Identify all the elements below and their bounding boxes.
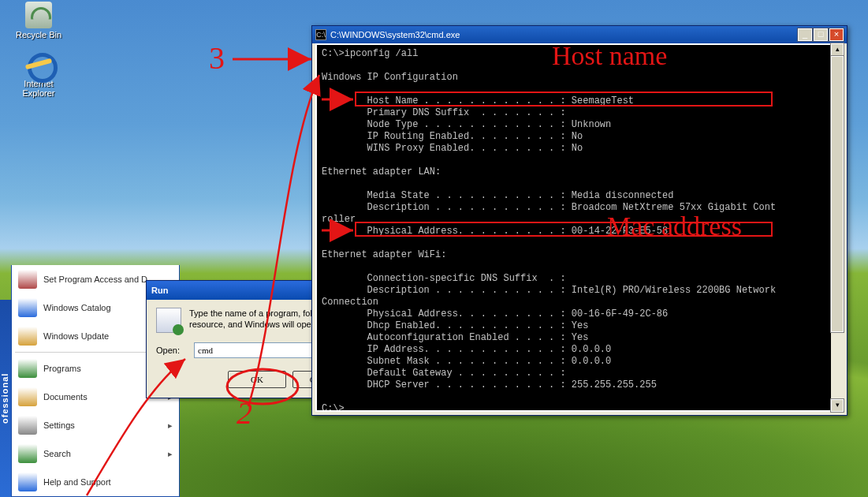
menu-item-label: Set Program Access and D bbox=[43, 275, 147, 284]
scroll-down-button[interactable]: ▾ bbox=[831, 399, 844, 412]
scrollbar[interactable]: ▴ ▾ bbox=[831, 43, 844, 412]
run-icon bbox=[156, 308, 181, 333]
menu-item-label: Documents bbox=[43, 392, 88, 402]
scroll-thumb[interactable] bbox=[831, 56, 844, 332]
scroll-track[interactable] bbox=[831, 56, 844, 399]
cmd-icon: C:\ bbox=[315, 29, 326, 40]
start-menu-item[interactable]: Settings▸ bbox=[12, 411, 179, 439]
cmd-title: C:\WINDOWS\system32\cmd.exe bbox=[330, 30, 460, 39]
ok-button[interactable]: OK bbox=[228, 371, 286, 388]
menu-item-icon bbox=[18, 327, 37, 346]
internet-explorer-icon bbox=[25, 50, 52, 77]
menu-item-icon bbox=[18, 444, 37, 463]
annotation-step-2: 2 bbox=[237, 394, 252, 432]
recycle-bin-icon bbox=[25, 2, 52, 28]
windows-edition-strip: ofessional bbox=[0, 300, 11, 497]
start-menu-item[interactable]: Search▸ bbox=[12, 439, 179, 468]
submenu-arrow-icon: ▸ bbox=[168, 420, 173, 431]
close-button[interactable]: × bbox=[829, 28, 844, 41]
menu-item-icon bbox=[18, 387, 37, 406]
annotation-step-3: 3 bbox=[209, 39, 225, 77]
minimize-button[interactable]: _ bbox=[798, 28, 812, 41]
menu-item-label: Programs bbox=[43, 364, 81, 373]
highlight-hostname bbox=[355, 92, 773, 106]
annotation-hostname-label: Host name bbox=[552, 41, 667, 71]
menu-item-label: Help and Support bbox=[43, 477, 111, 487]
menu-item-label: Windows Update bbox=[43, 331, 109, 341]
cmd-window: C:\ C:\WINDOWS\system32\cmd.exe _ □ × C:… bbox=[311, 25, 848, 416]
scroll-up-button[interactable]: ▴ bbox=[831, 43, 844, 56]
maximize-button[interactable]: □ bbox=[814, 28, 828, 41]
run-title: Run bbox=[151, 286, 168, 295]
desktop-icon-internet-explorer[interactable]: Internet Explorer bbox=[11, 50, 66, 98]
menu-item-icon bbox=[18, 359, 37, 378]
menu-item-icon bbox=[18, 298, 37, 317]
start-menu-item[interactable]: Help and Support bbox=[12, 468, 179, 496]
run-open-label: Open: bbox=[156, 346, 188, 355]
annotation-mac-label: Mac address bbox=[607, 211, 742, 241]
desktop-icon-label: Recycle Bin bbox=[11, 30, 66, 39]
menu-item-label: Search bbox=[43, 449, 71, 458]
menu-item-icon bbox=[18, 473, 37, 491]
desktop-icon-recycle-bin[interactable]: Recycle Bin bbox=[11, 2, 66, 39]
menu-item-icon bbox=[18, 270, 37, 289]
submenu-arrow-icon: ▸ bbox=[168, 449, 173, 459]
menu-item-icon bbox=[18, 416, 37, 435]
cmd-frame: C:\>ipconfig /all Windows IP Configurati… bbox=[315, 43, 844, 412]
menu-item-label: Settings bbox=[43, 420, 75, 430]
menu-item-label: Windows Catalog bbox=[43, 303, 111, 312]
